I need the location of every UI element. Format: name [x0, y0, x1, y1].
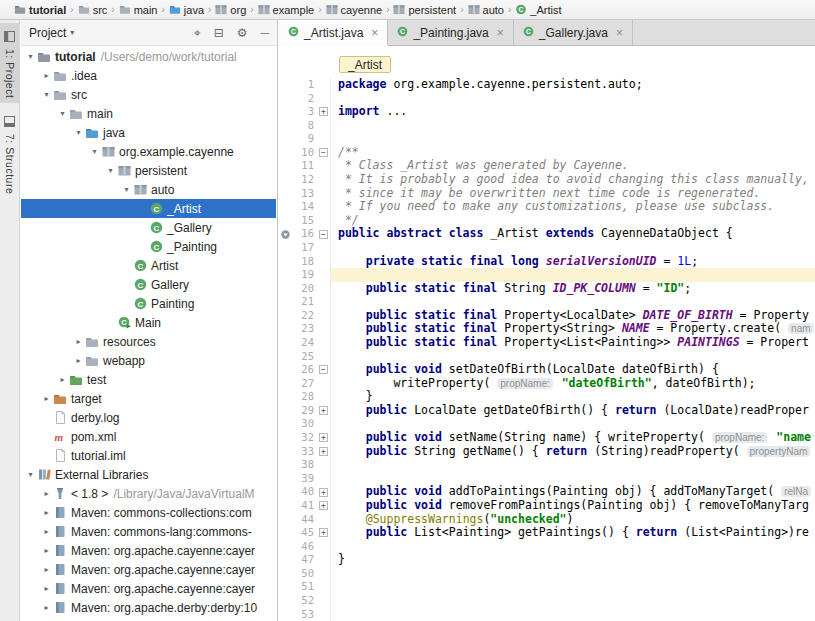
code-line-41[interactable]: 41+ public void removeFromPaintings(Pain… — [279, 499, 815, 513]
code-line-21[interactable]: 21 — [279, 295, 815, 309]
code-line-3[interactable]: 3+import ... — [279, 105, 815, 119]
hide-panel-button[interactable]: ─ — [260, 27, 269, 39]
code-line-11[interactable]: 11 * Class _Artist was generated by Caye… — [279, 159, 815, 173]
tool-button-1-project[interactable]: 1: Project — [0, 23, 20, 103]
code-line-22[interactable]: 22 public static final Property<LocalDat… — [279, 309, 815, 323]
code-line-50[interactable]: 50 — [279, 567, 815, 581]
tab-close-icon[interactable]: × — [371, 26, 378, 40]
tree-item-maven-org-apache-cayenne-cayer[interactable]: ▸Maven: org.apache.cayenne:cayer — [21, 560, 276, 579]
code-line-1[interactable]: 1package org.example.cayenne.persistent.… — [279, 78, 815, 92]
code-line-52[interactable]: 52 — [279, 594, 815, 608]
tree-item-painting[interactable]: C_Painting — [21, 237, 276, 256]
code-line-51[interactable]: 51 — [279, 580, 815, 594]
fold-expand-icon[interactable]: + — [317, 499, 330, 513]
project-panel-title-dropdown[interactable]: Project ▾ — [29, 26, 74, 40]
settings-gear-button[interactable]: ⚙ — [237, 27, 248, 39]
breadcrumb-item-tutorial[interactable]: tutorial — [12, 4, 68, 16]
collapse-arrow-icon[interactable]: ▾ — [121, 185, 132, 194]
tree-item-idea[interactable]: ▸.idea — [21, 66, 276, 85]
fold-expand-icon[interactable]: + — [317, 431, 330, 445]
collapse-arrow-icon[interactable]: ▾ — [105, 166, 116, 175]
subclassed-marker-icon[interactable] — [279, 227, 291, 241]
tree-item-painting[interactable]: CPainting — [21, 294, 276, 313]
tree-item-artist[interactable]: CArtist — [21, 256, 276, 275]
expand-arrow-icon[interactable]: ▸ — [73, 356, 84, 365]
breadcrumb-item-org[interactable]: org — [213, 4, 248, 16]
editor-breadcrumb-chip[interactable]: _Artist — [339, 56, 391, 73]
tree-item-target[interactable]: ▸target — [21, 389, 276, 408]
code-line-23[interactable]: 23 public static final Property<String> … — [279, 322, 815, 336]
breadcrumb-item-example[interactable]: example — [256, 4, 317, 16]
expand-arrow-icon[interactable]: ▸ — [41, 71, 52, 80]
code-line-19[interactable]: 19 — [279, 268, 815, 282]
tree-item-src[interactable]: ▾src — [21, 85, 276, 104]
code-line-14[interactable]: 14 * If you need to make any customizati… — [279, 200, 815, 214]
tree-item-external-libraries[interactable]: ▾External Libraries — [21, 465, 276, 484]
tree-item-gallery[interactable]: C_Gallery — [21, 218, 276, 237]
code-line-28[interactable]: 28 } — [279, 390, 815, 404]
tree-item-derby-log[interactable]: derby.log — [21, 408, 276, 427]
fold-expand-icon[interactable]: + — [317, 404, 330, 418]
code-line-17[interactable]: 17 — [279, 241, 815, 255]
tree-item-gallery[interactable]: CGallery — [21, 275, 276, 294]
tree-item-main[interactable]: ▾main — [21, 104, 276, 123]
tree-item-tutorial-iml[interactable]: tutorial.iml — [21, 446, 276, 465]
code-line-12[interactable]: 12 * It is probably a good idea to avoid… — [279, 173, 815, 187]
expand-arrow-icon[interactable]: ▸ — [41, 527, 52, 536]
tree-item-artist[interactable]: C_Artist — [21, 199, 276, 218]
expand-arrow-icon[interactable]: ▸ — [41, 603, 52, 612]
code-line-32[interactable]: 32+ public void setName(String name) { w… — [279, 431, 815, 445]
tree-item-test[interactable]: ▸test — [21, 370, 276, 389]
code-line-33[interactable]: 33+ public String getName() { return (St… — [279, 445, 815, 459]
tab-gallery-java[interactable]: C_Gallery.java× — [514, 20, 633, 45]
code-line-10[interactable]: 10−/** — [279, 146, 815, 160]
collapse-arrow-icon[interactable]: ▾ — [89, 147, 100, 156]
code-line-38[interactable]: 38 — [279, 458, 815, 472]
expand-arrow-icon[interactable]: ▸ — [41, 508, 52, 517]
breadcrumb-item-java[interactable]: java — [167, 4, 206, 16]
breadcrumb-item-persistent[interactable]: persistent — [391, 4, 458, 16]
tree-item-org-example-cayenne[interactable]: ▾org.example.cayenne — [21, 142, 276, 161]
code-line-39[interactable]: 39 — [279, 472, 815, 486]
code-line-30[interactable]: 30 — [279, 417, 815, 431]
collapse-arrow-icon[interactable]: ▾ — [73, 128, 84, 137]
code-area[interactable]: 1package org.example.cayenne.persistent.… — [279, 78, 815, 621]
code-line-44[interactable]: 44 @SuppressWarnings("unchecked") — [279, 513, 815, 527]
tree-item-1-8[interactable]: ▸< 1.8 >/Library/Java/JavaVirtualM — [21, 484, 276, 503]
expand-arrow-icon[interactable]: ▸ — [57, 375, 68, 384]
code-line-16[interactable]: 16−public abstract class _Artist extends… — [279, 227, 815, 241]
expand-arrow-icon[interactable]: ▸ — [73, 337, 84, 346]
code-line-45[interactable]: 45+ public List<Painting> getPaintings()… — [279, 526, 815, 540]
tree-item-main[interactable]: CMain — [21, 313, 276, 332]
tree-item-maven-org-apache-cayenne-cayer[interactable]: ▸Maven: org.apache.cayenne:cayer — [21, 579, 276, 598]
fold-expand-icon[interactable]: + — [317, 526, 330, 540]
expand-arrow-icon[interactable]: ▸ — [41, 584, 52, 593]
code-line-9[interactable]: 9 — [279, 132, 815, 146]
expand-arrow-icon[interactable]: ▸ — [41, 565, 52, 574]
breadcrumb-item-artist[interactable]: C_Artist — [513, 4, 563, 16]
code-line-2[interactable]: 2 — [279, 92, 815, 106]
expand-arrow-icon[interactable]: ▸ — [41, 489, 52, 498]
expand-arrow-icon[interactable]: ▸ — [41, 546, 52, 555]
fold-collapse-icon[interactable]: − — [317, 363, 330, 377]
fold-expand-icon[interactable]: + — [317, 485, 330, 499]
code-line-24[interactable]: 24 public static final Property<List<Pai… — [279, 336, 815, 350]
code-line-25[interactable]: 25 — [279, 350, 815, 364]
breadcrumb-item-main[interactable]: main — [117, 4, 160, 16]
code-line-29[interactable]: 29+ public LocalDate getDateOfBirth() { … — [279, 404, 815, 418]
tree-item-resources[interactable]: ▸resources — [21, 332, 276, 351]
tab-artist-java[interactable]: C_Artist.java× — [279, 20, 388, 45]
tab-close-icon[interactable]: × — [497, 26, 504, 40]
code-line-40[interactable]: 40+ public void addToPaintings(Painting … — [279, 485, 815, 499]
tool-button-7-structure[interactable]: 7: Structure — [0, 108, 20, 199]
code-line-47[interactable]: 47} — [279, 553, 815, 567]
fold-expand-icon[interactable]: + — [317, 105, 330, 119]
collapse-arrow-icon[interactable]: ▾ — [41, 90, 52, 99]
locate-button[interactable]: ⌖ — [194, 27, 201, 39]
collapse-arrow-icon[interactable]: ▾ — [57, 109, 68, 118]
fold-collapse-icon[interactable]: − — [317, 146, 330, 160]
tree-item-tutorial[interactable]: ▾tutorial/Users/demo/work/tutorial — [21, 47, 276, 66]
code-line-8[interactable]: 8 — [279, 119, 815, 133]
expand-arrow-icon[interactable]: ▸ — [41, 394, 52, 403]
tree-item-maven-org-apache-cayenne-cayer[interactable]: ▸Maven: org.apache.cayenne:cayer — [21, 541, 276, 560]
